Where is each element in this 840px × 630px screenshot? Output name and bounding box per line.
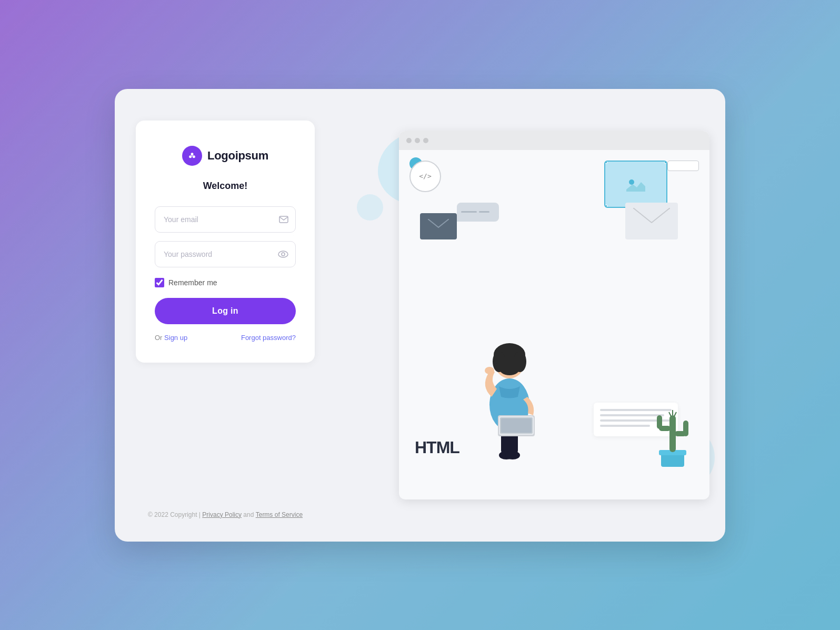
browser-mockup: </> bbox=[399, 131, 709, 499]
logo-row: Logoipsum bbox=[182, 146, 268, 166]
signup-link[interactable]: Sign up bbox=[164, 334, 187, 342]
illustration: </> bbox=[336, 89, 725, 542]
svg-point-6 bbox=[282, 253, 285, 256]
or-text: Or Sign up bbox=[155, 334, 187, 342]
svg-rect-32 bbox=[683, 421, 688, 436]
forgot-password-link[interactable]: Forgot password? bbox=[241, 334, 296, 342]
eye-icon[interactable] bbox=[278, 251, 288, 258]
logo-name: Logoipsum bbox=[207, 149, 268, 163]
cactus bbox=[652, 405, 694, 468]
privacy-policy-link[interactable]: Privacy Policy bbox=[202, 511, 242, 518]
main-card: Logoipsum Welcome! bbox=[115, 89, 725, 542]
handle-bl bbox=[604, 205, 607, 208]
logo-icon bbox=[182, 146, 202, 166]
bottom-links: Or Sign up Forgot password? bbox=[155, 334, 296, 342]
svg-point-3 bbox=[191, 155, 193, 156]
handle-tr bbox=[664, 161, 667, 164]
browser-dot-1 bbox=[406, 138, 412, 143]
person-illustration bbox=[452, 299, 567, 468]
browser-body: </> bbox=[399, 150, 709, 499]
svg-point-21 bbox=[505, 451, 520, 459]
svg-line-34 bbox=[669, 412, 671, 416]
envelope-dark bbox=[420, 213, 457, 239]
email-input-group bbox=[155, 206, 296, 233]
handle-tl bbox=[604, 161, 607, 164]
welcome-heading: Welcome! bbox=[203, 181, 248, 192]
left-panel: Logoipsum Welcome! bbox=[115, 89, 336, 542]
image-box bbox=[604, 161, 667, 208]
browser-topbar bbox=[399, 131, 709, 150]
blob-decoration-2 bbox=[357, 194, 383, 221]
email-input[interactable] bbox=[155, 206, 296, 233]
browser-dot-2 bbox=[415, 138, 420, 143]
envelope-light bbox=[625, 203, 678, 239]
remember-checkbox[interactable] bbox=[155, 278, 164, 287]
browser-dot-3 bbox=[423, 138, 428, 143]
remember-row: Remember me bbox=[155, 278, 296, 287]
svg-line-35 bbox=[674, 412, 676, 416]
login-button[interactable]: Log in bbox=[155, 298, 296, 324]
chat-bubble bbox=[457, 203, 499, 222]
svg-rect-25 bbox=[501, 418, 532, 433]
right-panel: </> bbox=[336, 89, 725, 542]
code-circle: </> bbox=[409, 161, 441, 192]
remember-label[interactable]: Remember me bbox=[168, 278, 217, 287]
svg-point-8 bbox=[629, 179, 634, 185]
svg-rect-30 bbox=[657, 415, 662, 429]
svg-point-17 bbox=[485, 367, 494, 374]
input-mockup bbox=[667, 161, 699, 171]
password-input-group bbox=[155, 241, 296, 267]
footer: © 2022 Copyright | Privacy Policy and Te… bbox=[148, 511, 303, 521]
terms-of-service-link[interactable]: Terms of Service bbox=[256, 511, 303, 518]
login-card: Logoipsum Welcome! bbox=[136, 121, 315, 363]
password-input[interactable] bbox=[155, 241, 296, 267]
svg-point-16 bbox=[499, 361, 520, 375]
